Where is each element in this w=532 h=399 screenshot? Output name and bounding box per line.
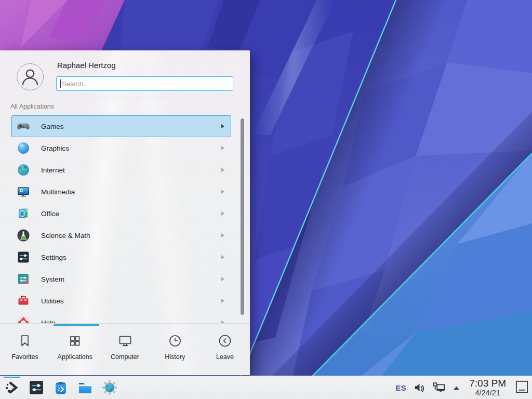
network-icon[interactable] bbox=[432, 381, 446, 394]
desktop: Raphael Hertzog Search... All Applicatio… bbox=[0, 0, 532, 399]
menu-item-label: Office bbox=[41, 210, 59, 218]
text-caret bbox=[60, 79, 61, 88]
menu-item-internet[interactable]: Internet bbox=[11, 159, 231, 181]
discover-icon[interactable] bbox=[52, 379, 70, 396]
menu-item-label: Science & Math bbox=[41, 232, 90, 240]
menu-item-multimedia[interactable]: Multimedia bbox=[11, 181, 231, 203]
menu-item-office[interactable]: Office bbox=[11, 203, 231, 224]
system-tray: ES bbox=[395, 376, 529, 399]
menu-item-settings[interactable]: Settings bbox=[11, 246, 231, 268]
keyboard-layout-indicator[interactable]: ES bbox=[395, 383, 406, 392]
applications-icon bbox=[67, 333, 83, 349]
menu-item-science-math[interactable]: Science & Math bbox=[11, 224, 231, 246]
submenu-arrow-icon bbox=[221, 277, 224, 281]
tab-computer[interactable]: Computer bbox=[100, 325, 150, 375]
tab-label: Leave bbox=[216, 353, 234, 361]
system-icon bbox=[17, 272, 30, 286]
games-icon bbox=[17, 119, 30, 133]
system-settings-icon[interactable] bbox=[28, 379, 45, 396]
scrollbar[interactable] bbox=[241, 118, 244, 315]
submenu-arrow-icon bbox=[221, 146, 224, 150]
submenu-arrow-icon bbox=[221, 255, 224, 259]
multimedia-icon bbox=[17, 185, 30, 198]
application-launcher-menu: Raphael Hertzog Search... All Applicatio… bbox=[0, 50, 250, 375]
category-list: Games Graphics Internet Multimedia bbox=[0, 115, 250, 323]
menu-item-label: Help bbox=[41, 319, 56, 324]
submenu-arrow-icon bbox=[221, 233, 224, 237]
taskbar: ES bbox=[0, 376, 532, 399]
search-input[interactable]: Search... bbox=[56, 76, 233, 91]
menu-item-system[interactable]: System bbox=[11, 268, 231, 290]
help-icon bbox=[17, 316, 30, 323]
user-avatar[interactable] bbox=[17, 63, 44, 90]
tab-bar: Favorites Applications Computer History … bbox=[0, 325, 250, 375]
leave-icon bbox=[217, 333, 233, 349]
tab-applications[interactable]: Applications bbox=[50, 325, 100, 375]
menu-item-label: Multimedia bbox=[41, 188, 75, 196]
tab-favorites[interactable]: Favorites bbox=[0, 325, 50, 375]
submenu-arrow-icon bbox=[221, 299, 224, 303]
submenu-arrow-icon bbox=[221, 124, 224, 128]
clock-date: 4/24/21 bbox=[475, 389, 500, 397]
settings-icon bbox=[17, 250, 30, 264]
expand-tray-icon[interactable] bbox=[453, 385, 460, 391]
computer-icon bbox=[117, 333, 133, 349]
tab-leave[interactable]: Leave bbox=[200, 325, 250, 375]
submenu-arrow-icon bbox=[221, 190, 224, 194]
tab-label: Applications bbox=[58, 353, 92, 361]
clock-time: 7:03 PM bbox=[469, 378, 506, 388]
favorites-icon bbox=[17, 333, 33, 349]
menu-item-graphics[interactable]: Graphics bbox=[11, 137, 231, 159]
office-icon bbox=[17, 207, 30, 220]
header-divider bbox=[0, 98, 250, 98]
utilities-icon bbox=[17, 294, 30, 308]
menu-item-label: Games bbox=[41, 123, 64, 130]
web-browser-icon[interactable] bbox=[101, 379, 118, 396]
internet-icon bbox=[17, 163, 30, 177]
section-label: All Applications bbox=[10, 103, 54, 110]
science-icon bbox=[17, 229, 30, 242]
search-placeholder: Search... bbox=[62, 80, 89, 88]
show-desktop-button[interactable] bbox=[515, 380, 529, 396]
submenu-arrow-icon bbox=[221, 211, 224, 216]
menu-item-label: Utilities bbox=[41, 297, 64, 305]
digital-clock[interactable]: 7:03 PM 4/24/21 bbox=[469, 378, 506, 397]
volume-icon[interactable] bbox=[413, 381, 425, 394]
tab-history[interactable]: History bbox=[150, 325, 200, 375]
menu-item-label: Internet bbox=[41, 166, 65, 174]
user-name: Raphael Hertzog bbox=[57, 61, 116, 70]
user-icon bbox=[17, 64, 43, 90]
menu-item-utilities[interactable]: Utilities bbox=[11, 290, 231, 312]
menu-item-label: System bbox=[41, 275, 64, 283]
tabbar-divider bbox=[0, 323, 250, 324]
menu-item-help[interactable]: Help bbox=[11, 312, 231, 323]
tab-label: History bbox=[165, 353, 185, 361]
tab-label: Computer bbox=[111, 353, 139, 361]
submenu-arrow-icon bbox=[221, 168, 224, 172]
taskbar-launchers bbox=[3, 379, 118, 396]
history-icon bbox=[167, 333, 183, 349]
graphics-icon bbox=[17, 141, 30, 155]
menu-item-label: Settings bbox=[41, 254, 66, 261]
application-launcher-icon[interactable] bbox=[3, 379, 21, 396]
tab-label: Favorites bbox=[11, 353, 38, 361]
menu-item-label: Graphics bbox=[41, 144, 69, 152]
file-manager-icon[interactable] bbox=[76, 379, 94, 396]
menu-item-games[interactable]: Games bbox=[11, 115, 231, 137]
